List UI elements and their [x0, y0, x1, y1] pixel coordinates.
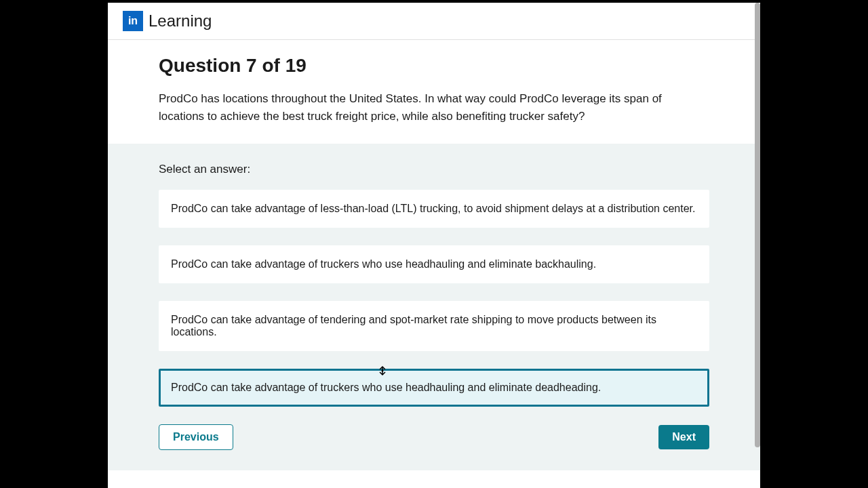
answer-option-2[interactable]: ProdCo can take advantage of truckers wh… [159, 245, 709, 283]
select-answer-label: Select an answer: [159, 163, 709, 176]
answer-section: Select an answer: ProdCo can take advant… [108, 144, 760, 470]
nav-row: Previous Next [159, 424, 709, 450]
answer-option-1[interactable]: ProdCo can take advantage of less-than-l… [159, 190, 709, 228]
header: in Learning [108, 3, 760, 40]
answer-option-text: ProdCo can take advantage of less-than-l… [171, 203, 695, 214]
answer-option-3[interactable]: ProdCo can take advantage of tendering a… [159, 301, 709, 351]
answer-option-text: ProdCo can take advantage of truckers wh… [171, 258, 596, 270]
question-title: Question 7 of 19 [159, 55, 709, 77]
answer-option-text: ProdCo can take advantage of tendering a… [171, 314, 656, 338]
next-button[interactable]: Next [658, 425, 709, 449]
answer-option-4[interactable]: ProdCo can take advantage of truckers wh… [159, 369, 709, 407]
logo-text: in [128, 15, 138, 27]
linkedin-logo-icon: in [123, 11, 143, 31]
previous-button[interactable]: Previous [159, 424, 233, 450]
answer-option-text: ProdCo can take advantage of truckers wh… [171, 382, 601, 393]
scrollbar[interactable] [755, 3, 760, 447]
app-container: in Learning Question 7 of 19 ProdCo has … [108, 3, 760, 488]
question-section: Question 7 of 19 ProdCo has locations th… [108, 40, 760, 144]
question-prompt: ProdCo has locations throughout the Unit… [159, 90, 709, 125]
brand-name: Learning [149, 12, 212, 30]
